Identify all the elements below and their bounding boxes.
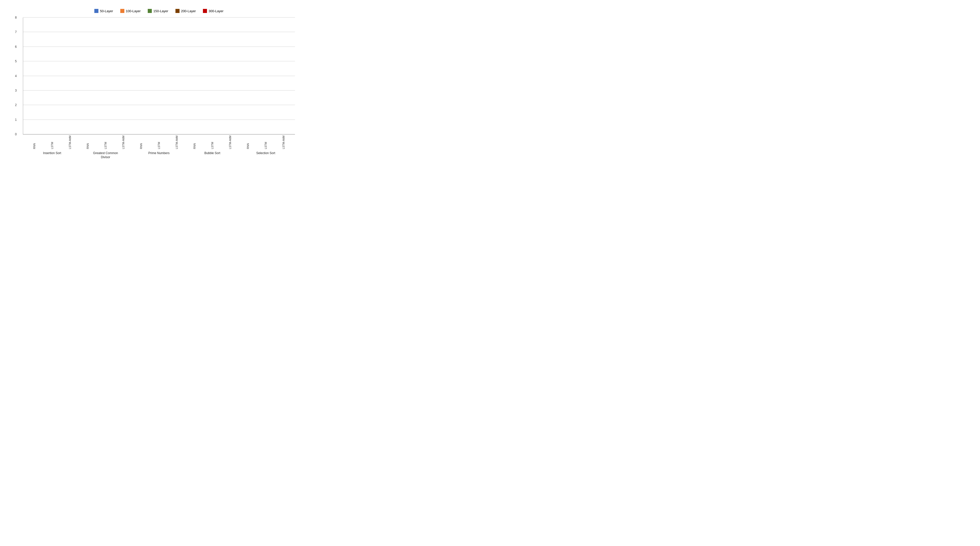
- y-tick-label: 1: [15, 118, 17, 121]
- x-model-label-0: RNN: [33, 135, 36, 149]
- x-axis-section-3: RNNLSTMLSTM-AttM: [186, 135, 239, 149]
- x-model-label-1: LSTM: [51, 135, 54, 149]
- legend-swatch: [120, 9, 124, 13]
- bars-wrapper: [23, 18, 295, 134]
- legend-swatch: [175, 9, 180, 13]
- legend-item-300-layer: 300-Layer: [203, 9, 224, 13]
- legend-label: 200-Layer: [181, 9, 196, 13]
- x-model-label-1: LSTM: [211, 135, 214, 149]
- legend-label: 150-Layer: [153, 9, 168, 13]
- x-model-label-2: LSTM-AttM: [229, 135, 232, 149]
- y-tick-label: 0: [15, 132, 17, 136]
- chart-area: 012345678: [23, 18, 295, 135]
- x-model-label-0: RNN: [247, 135, 250, 149]
- x-model-label-1: LSTM: [104, 135, 107, 149]
- legend-item-150-layer: 150-Layer: [148, 9, 168, 13]
- x-model-label-1: LSTM: [264, 135, 267, 149]
- chart-container: 50-Layer100-Layer150-Layer200-Layer300-L…: [5, 4, 300, 167]
- x-axis-labels: RNNLSTMLSTM-AttMRNNLSTMLSTM-AttMRNNLSTML…: [23, 135, 295, 150]
- y-tick-label: 6: [15, 45, 17, 49]
- x-category-label-4: Selection Sort: [239, 151, 293, 159]
- y-tick-label: 4: [15, 74, 17, 78]
- x-category-label-2: Prime Numbers: [132, 151, 186, 159]
- x-category-label-3: Bubble Sort: [186, 151, 239, 159]
- x-model-label-1: LSTM: [158, 135, 161, 149]
- y-tick-label: 2: [15, 103, 17, 107]
- x-model-label-2: LSTM-AttM: [282, 135, 285, 149]
- legend-item-50-layer: 50-Layer: [94, 9, 113, 13]
- legend-item-100-layer: 100-Layer: [120, 9, 141, 13]
- legend-swatch: [148, 9, 152, 13]
- y-tick-label: 3: [15, 89, 17, 92]
- x-category-label-1: Greatest CommonDivisor: [79, 151, 132, 159]
- x-model-label-2: LSTM-AttM: [175, 135, 178, 149]
- legend-label: 300-Layer: [208, 9, 224, 13]
- x-model-label-0: RNN: [140, 135, 143, 149]
- x-axis-section-4: RNNLSTMLSTM-AttM: [239, 135, 293, 149]
- y-tick-label: 5: [15, 59, 17, 63]
- x-axis-section-1: RNNLSTMLSTM-AttM: [79, 135, 132, 149]
- legend-swatch: [94, 9, 99, 13]
- legend-swatch: [203, 9, 207, 13]
- x-model-label-0: RNN: [193, 135, 196, 149]
- x-model-label-2: LSTM-AttM: [68, 135, 72, 149]
- x-model-label-2: LSTM-AttM: [122, 135, 125, 149]
- y-tick-label: 8: [15, 16, 17, 19]
- x-category-labels: Insertion SortGreatest CommonDivisorPrim…: [23, 151, 295, 159]
- x-axis-section-0: RNNLSTMLSTM-AttM: [25, 135, 79, 149]
- x-category-label-0: Insertion Sort: [25, 151, 79, 159]
- legend-item-200-layer: 200-Layer: [175, 9, 196, 13]
- x-axis-section-2: RNNLSTMLSTM-AttM: [132, 135, 186, 149]
- chart-legend: 50-Layer100-Layer150-Layer200-Layer300-L…: [23, 9, 295, 13]
- x-model-label-0: RNN: [86, 135, 89, 149]
- legend-label: 100-Layer: [126, 9, 141, 13]
- legend-label: 50-Layer: [100, 9, 113, 13]
- y-tick-label: 7: [15, 30, 17, 34]
